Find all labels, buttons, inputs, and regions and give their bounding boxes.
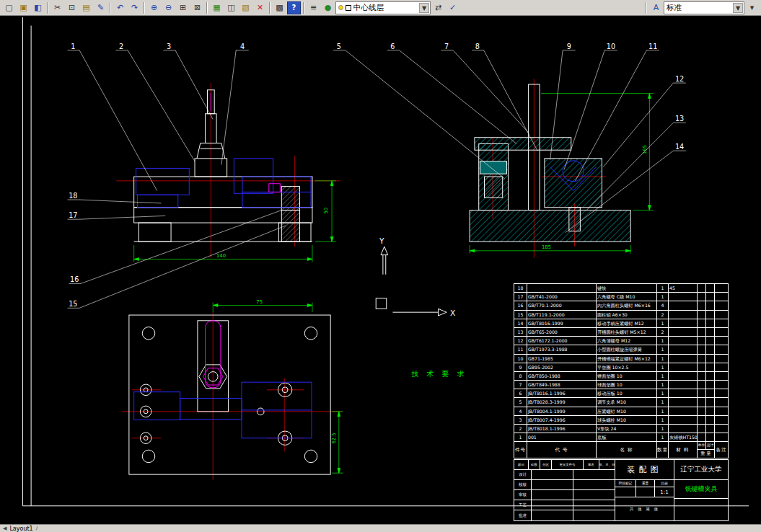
list-icon[interactable]: ▧	[239, 1, 252, 14]
bom-qty: 1	[657, 372, 669, 381]
bom-weight-total	[706, 416, 715, 425]
help-icon[interactable]: ?	[287, 1, 301, 14]
bom-seq: 15	[514, 311, 527, 319]
toolbar-separator	[303, 2, 304, 14]
bom-code: GB/T119.1-2000	[527, 311, 597, 319]
bom-weight-each	[698, 293, 706, 301]
bom-remark	[715, 319, 728, 328]
bom-header-seq: 件号	[514, 442, 527, 458]
layout-tab[interactable]: Layout1	[9, 526, 32, 532]
bom-seq: 9	[514, 363, 527, 372]
layer-check-icon[interactable]: ✓	[446, 1, 459, 14]
bom-code: GB/T1973.3-1988	[527, 345, 597, 354]
chevron-down-icon[interactable]: ▼	[419, 3, 429, 13]
style-combo[interactable]: 标准 ▼	[664, 1, 744, 14]
erase-icon[interactable]: ✕	[253, 1, 267, 14]
text-style-icon[interactable]: A	[649, 1, 663, 14]
layers-icon[interactable]: ≡	[307, 1, 320, 14]
balloon-2: 2	[119, 43, 123, 50]
bom-remark	[715, 284, 728, 293]
bom-part-name: 移动手柄压紧螺钉 M12	[597, 319, 657, 328]
bom-remark	[715, 301, 728, 310]
bom-weight-each	[698, 363, 706, 372]
copy-icon[interactable]: ⊡	[65, 1, 79, 14]
bom-seq: 18	[514, 284, 527, 293]
toolbar-separator	[110, 2, 111, 14]
balloon-8: 8	[475, 43, 480, 50]
balloon-16: 16	[70, 275, 79, 283]
bom-qty: 1	[657, 407, 669, 416]
bom-part-name: 内六角圆柱头螺钉 M6×16	[597, 301, 657, 310]
bom-header-weight-each: 单件	[698, 442, 706, 449]
bom-code: GB/T6172.1-2000	[527, 337, 597, 345]
balloon-3: 3	[167, 43, 171, 50]
bom-seq: 10	[514, 355, 527, 363]
bom-row: 7 GB/T849-1988 球面垫圈 10 1	[514, 381, 728, 389]
cad-window: ▢ ▣ ◧ ✂ ⊡ ▤ ✎ ↶ ↷ ⊕ ⊖ ⊞ ⊠ ▦ ◫ ▧ ✕ ▩ ? ≡ …	[0, 0, 761, 532]
layer-combo[interactable]: 中心线层 ▼	[335, 1, 431, 14]
zoom-in-icon[interactable]: ⊕	[147, 1, 161, 14]
sheet-count: 共 张 第 张	[615, 497, 674, 520]
bom-remark	[715, 355, 728, 363]
bom-weight-each	[698, 372, 706, 381]
bom-header-weight-label: 重 量	[698, 450, 714, 457]
bom-remark	[715, 416, 728, 425]
bom-seq: 5	[514, 398, 527, 407]
sheet-icon[interactable]: ◫	[224, 1, 238, 14]
format-painter-icon[interactable]: ✎	[94, 1, 107, 14]
bom-row: 11 GB/T1973.3-1988 小型圆柱螺旋压缩弹簧 1	[514, 345, 728, 354]
bom-material: 45	[669, 284, 698, 293]
bom-header-code: 代 号	[527, 442, 597, 458]
drawing-area[interactable]: 140 50	[0, 16, 761, 524]
bom-header-weight: 单件 总计 重 量	[698, 442, 715, 458]
title-block[interactable]: 标记 处数 分区 更改文件号 签名 年、月、日 设计 校核 审核 工艺 批准 装…	[514, 459, 729, 521]
bom-row: 12 GB/T6172.1-2000 六角薄螺母 M12 1	[514, 337, 728, 345]
bom-seq: 14	[514, 319, 527, 328]
bom-part-name: 底板	[597, 433, 657, 442]
zoom-window-icon[interactable]: ⊞	[176, 1, 190, 14]
bom-seq: 12	[514, 337, 527, 345]
undo-icon[interactable]: ↶	[113, 1, 127, 14]
chevron-down-icon[interactable]: ▼	[733, 3, 743, 13]
bom-weight-each	[698, 311, 706, 319]
front-dimensions	[134, 181, 336, 262]
balloon-9: 9	[567, 43, 571, 50]
zoom-previous-icon[interactable]: ⊠	[190, 1, 204, 14]
layer-color-icon[interactable]: ●	[321, 1, 335, 14]
bom-material	[669, 293, 698, 301]
save-icon[interactable]: ◧	[31, 1, 45, 14]
layer-swap-icon[interactable]: ⇄	[431, 1, 445, 14]
bom-seq: 1	[514, 433, 527, 442]
redo-icon[interactable]: ↷	[128, 1, 141, 14]
tab-scroll-icon[interactable]: ◀	[3, 526, 6, 531]
table-icon[interactable]: ▦	[210, 1, 224, 14]
bom-seq: 2	[514, 425, 527, 433]
grid-icon[interactable]: ▩	[273, 1, 286, 14]
bom-material	[669, 389, 698, 398]
balloon-14: 14	[675, 143, 684, 151]
toolbar-separator	[269, 2, 270, 14]
bom-code: JB/T8016.1-1996	[527, 389, 597, 398]
paste-icon[interactable]: ▤	[79, 1, 93, 14]
layer-combo-value: 中心线层	[353, 3, 384, 13]
bom-weight-each	[698, 433, 706, 442]
bom-material	[669, 319, 698, 328]
bom-part-name: 键块	[597, 284, 657, 293]
bom-row: 2 JB/T8018.1-1996 V形块 24 1	[514, 425, 728, 433]
bom-seq: 13	[514, 328, 527, 337]
bom-material	[669, 345, 698, 354]
technical-requirements[interactable]: 技 术 要 求	[361, 369, 518, 383]
zoom-out-icon[interactable]: ⊖	[162, 1, 175, 14]
overflow-icon[interactable]: ▾	[745, 1, 759, 14]
bom-code	[527, 284, 597, 293]
open-icon[interactable]: ▣	[17, 1, 30, 14]
cut-icon[interactable]: ✂	[50, 1, 64, 14]
new-icon[interactable]: ▢	[2, 1, 16, 14]
bom-code: JB/T8018.1-1996	[527, 425, 597, 433]
bom-weight-total	[706, 293, 715, 301]
front-magenta-parts	[211, 93, 280, 192]
top-view[interactable]: 75 62.5	[122, 299, 343, 480]
side-view[interactable]: 185 165	[470, 79, 654, 257]
parts-list[interactable]: 18 键块 1 45 17 GB/T41-2000 六角螺母 C级 M10 1	[514, 283, 729, 458]
toolbar-separator	[206, 2, 208, 14]
